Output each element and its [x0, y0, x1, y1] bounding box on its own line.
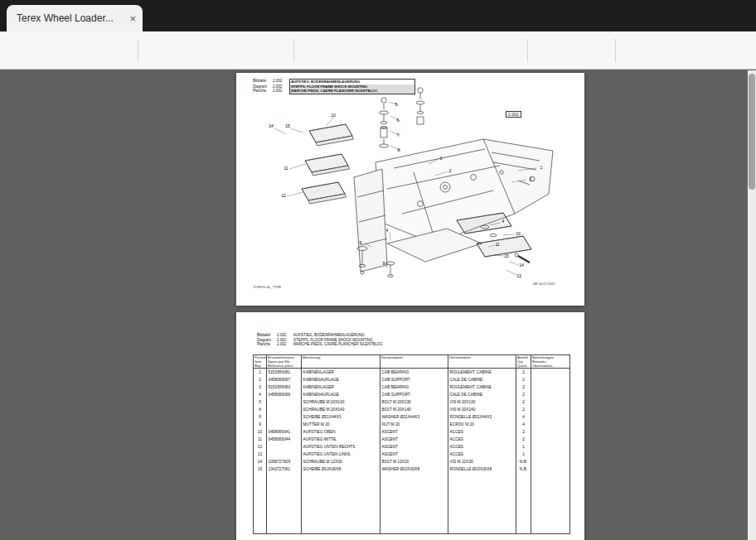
document-canvas[interactable]: Bildtafel 2.002 AUFSTIEG, BODENRAHMENLAG… — [0, 70, 756, 540]
table-row: 6SCHRAUBE M 20X140BOLT M 20X140VIS M 20X… — [254, 406, 569, 413]
table-cell: 2 — [516, 398, 531, 406]
column-header: Benennung — [302, 355, 380, 368]
table-cell: 2 — [516, 436, 531, 443]
vertical-scrollbar[interactable] — [748, 70, 756, 540]
table-cell: 0458066041 — [267, 428, 302, 436]
scrollbar-thumb[interactable] — [749, 74, 755, 190]
parts-table: Position Item Rep. Ersatzteilnummer Spar… — [253, 354, 570, 534]
table-cell: 0458066044 — [267, 436, 302, 443]
table-cell — [531, 376, 569, 383]
table-cell: 2 — [516, 391, 531, 398]
table-cell — [531, 451, 569, 458]
pdf-viewer-window: Terex Wheel Loader... × — [0, 0, 756, 540]
table-cell: 1098727829 — [267, 458, 302, 465]
table-title-block: Bildtafel 2.002 AUFSTIEG, BODENRAHMENLAG… — [257, 333, 383, 347]
title-text: MARCHE-PIEDS, CADRE PLANCHER SILENTBLOC — [293, 342, 383, 347]
table-row: 8SCHEIBE Ø21X44X3WASHER Ø21X44X3RONDELLE… — [254, 413, 569, 421]
table-cell: 5 — [254, 398, 267, 406]
table-cell — [531, 383, 569, 391]
pdf-page-table: Bildtafel 2.002 AUFSTIEG, BODENRAHMENLAG… — [236, 312, 584, 540]
tab-close-icon[interactable]: × — [129, 12, 136, 25]
table-cell: 4 — [516, 421, 531, 428]
table-cell: 2 — [516, 406, 531, 413]
table-cell: 1 — [516, 451, 531, 458]
parts-table-filler — [254, 473, 569, 533]
table-cell: 4 — [516, 413, 531, 421]
table-cell: WASHER Ø21X44X3 — [380, 413, 448, 421]
table-cell — [531, 421, 569, 428]
diagram-footer-right: NE 24.07.2007 — [533, 282, 555, 286]
table-cell — [267, 398, 302, 406]
table-cell: KABINENAUFLAGE — [302, 376, 380, 383]
toolbar-separator — [138, 39, 138, 62]
table-cell — [531, 398, 569, 406]
table-cell: VIS M 20X140 — [448, 406, 516, 413]
toolbar-separator — [615, 39, 616, 62]
table-cell: SCHEIBE Ø21X44X3 — [302, 413, 380, 421]
table-cell — [267, 421, 302, 428]
table-cell — [267, 443, 302, 451]
toolbar-separator — [527, 39, 528, 62]
table-cell: CAB BEARING — [380, 369, 448, 376]
column-header: Denomination — [380, 355, 448, 368]
table-cell: BOLT M 20X130 — [380, 398, 448, 406]
table-cell: RONDELLE Ø13X30X8 — [448, 465, 516, 473]
table-cell: 5152656081 — [267, 369, 302, 376]
table-cell: AUFSTIEG UNTEN LINKS — [302, 451, 380, 458]
table-cell: ECROU M 20 — [448, 421, 516, 428]
table-cell: RONDELLE Ø21X44X3 — [448, 413, 516, 421]
table-row: 151343727061SCHEIBE Ø13X30X8WASHER Ø13X3… — [254, 465, 569, 473]
table-cell: SCHRAUBE M 20X130 — [302, 398, 380, 406]
table-cell: ROULEMENT, CABINE — [448, 369, 516, 376]
table-cell — [267, 413, 302, 421]
document-tab[interactable]: Terex Wheel Loader... × — [7, 5, 143, 31]
table-cell: KABINENLAGER — [302, 369, 380, 376]
table-row: 100458066041AUFSTIEG OBENASCENTACCES2 — [254, 428, 569, 436]
table-cell: N.B. — [516, 465, 531, 473]
table-cell: 11 — [254, 436, 267, 443]
table-cell: MUTTER M 20 — [302, 421, 380, 428]
exploded-parts-diagram — [236, 73, 584, 306]
table-cell: ACCES — [448, 428, 516, 436]
table-cell: KABINENAUFLAGE — [302, 391, 380, 398]
table-row: 20458066067KABINENAUFLAGECAB SUPPORTCALE… — [254, 376, 569, 383]
table-cell: 1343727061 — [267, 465, 302, 473]
table-row: 15152656081KABINENLAGERCAB BEARINGROULEM… — [254, 369, 569, 376]
pdf-page-diagram: Bildtafel 2.002 AUFSTIEG, BODENRAHMENLAG… — [236, 73, 584, 306]
table-cell — [531, 369, 569, 376]
parts-table-body: 15152656081KABINENLAGERCAB BEARINGROULEM… — [254, 369, 569, 473]
table-cell — [531, 465, 569, 473]
table-cell: AUFSTIEG UNTEN RECHTS — [302, 443, 380, 451]
table-cell: SCHRAUBE M 20X140 — [302, 406, 380, 413]
column-header: Ersatzteilnummer Spare part No. Référenc… — [267, 355, 302, 368]
sheet-number-badge: 2.002 — [506, 111, 521, 118]
table-row: 13AUFSTIEG UNTEN LINKSASCENTACCES1 — [254, 451, 569, 458]
column-header: Position Item Rep. — [254, 355, 267, 368]
table-cell: ASCENT — [380, 436, 448, 443]
tab-bar: Terex Wheel Loader... × — [0, 0, 756, 31]
table-cell: 10 — [254, 428, 267, 436]
table-cell — [531, 436, 569, 443]
table-cell: CAB BEARING — [380, 383, 448, 391]
table-cell: 5152656083 — [267, 383, 302, 391]
table-cell — [267, 406, 302, 413]
table-cell: AUFSTIEG OBEN — [302, 428, 380, 436]
title-number: 2.002 — [277, 342, 293, 347]
table-cell: ACCES — [448, 451, 516, 458]
parts-table-header: Position Item Rep. Ersatzteilnummer Spar… — [254, 355, 569, 369]
table-cell: ASCENT — [380, 451, 448, 458]
table-row: 9MUTTER M 20NUT M 20ECROU M 204 — [254, 421, 569, 428]
title-row: Planche 2.002 MARCHE-PIEDS, CADRE PLANCH… — [257, 342, 383, 347]
table-cell: 13 — [254, 451, 267, 458]
table-cell: SCHRAUBE M 12X30 — [302, 458, 380, 465]
table-cell: CAB SUPPORT — [380, 376, 448, 383]
table-cell: 0458066066 — [267, 391, 302, 398]
column-header: Bemerkungen Remarks Observations — [531, 355, 569, 368]
table-cell: BOLT M 20X140 — [380, 406, 448, 413]
table-cell: 15 — [254, 465, 267, 473]
table-cell: 1 — [516, 443, 531, 451]
table-cell — [531, 458, 569, 465]
table-cell — [531, 391, 569, 398]
table-cell: VIS M 20X130 — [448, 398, 516, 406]
table-cell: CALE DE CABINE — [448, 376, 516, 383]
